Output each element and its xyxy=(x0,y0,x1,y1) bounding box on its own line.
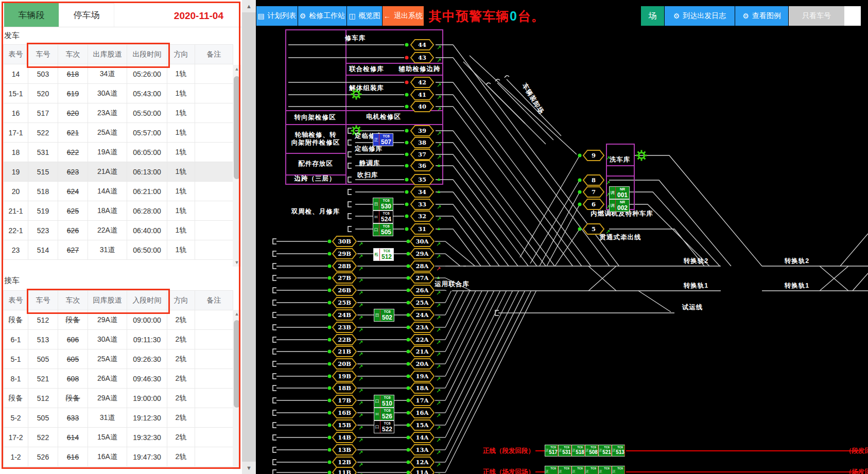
signal-dot xyxy=(407,301,410,305)
table-row[interactable]: 5-150560525A道09:26:302轨 xyxy=(4,349,233,369)
route-arrow-icon: ↗ xyxy=(436,425,441,431)
signal-dot xyxy=(407,461,410,464)
column-header: 车号 xyxy=(28,291,58,310)
exit-system-button[interactable]: ← 退出系统 xyxy=(383,6,424,26)
cell: 17-2 xyxy=(4,428,28,447)
signal-dot xyxy=(407,289,410,292)
view-legend-button[interactable]: ⚙ 查看图例 xyxy=(735,6,788,26)
tab-parking-lot[interactable]: 停车场 xyxy=(59,3,114,27)
track-number: 28B xyxy=(338,262,351,270)
cell xyxy=(195,182,233,201)
cell xyxy=(195,330,233,349)
route-arrow-icon: ↗ xyxy=(358,314,363,321)
up-arrow-icon: ▲ xyxy=(437,163,441,168)
up-arrow-icon: ▲ xyxy=(437,177,441,182)
cell: 503 xyxy=(28,64,58,84)
signal-dot xyxy=(405,178,409,182)
arrival-departure-log-button[interactable]: ⚙ 到达出发日志 xyxy=(665,6,735,26)
current-date: 2020-11-04 xyxy=(174,10,223,22)
cell: 5-1 xyxy=(4,349,28,369)
track-number: 22B xyxy=(338,336,351,343)
table-row[interactable]: 1951562321A道06:13:001轨 xyxy=(4,162,233,182)
cell: 2轨 xyxy=(167,408,195,428)
cell: 2轨 xyxy=(167,428,195,447)
plan-list-button[interactable]: ▤ 计划列表 xyxy=(256,6,298,26)
gear-icon: ⚙ xyxy=(673,12,680,20)
signal-dot xyxy=(328,252,332,256)
cell: 1轨 xyxy=(167,240,195,260)
table-row[interactable]: 1651762023A道05:50:001轨 xyxy=(4,103,233,123)
cell xyxy=(195,162,233,182)
scroll-thumb[interactable] xyxy=(234,320,240,408)
field-button[interactable]: 场 xyxy=(641,6,664,26)
column-header: 表号 xyxy=(4,45,28,64)
tab-depot[interactable]: 车辆段 xyxy=(4,3,59,27)
route-arrow-icon: ↗ xyxy=(436,400,441,406)
cell: 616 xyxy=(58,447,88,467)
table-row[interactable]: 17-152262125A道05:57:001轨 xyxy=(4,123,233,143)
track-number: 16A xyxy=(416,409,429,416)
track-number: 42 xyxy=(418,79,426,86)
signal-dot xyxy=(405,153,409,156)
scroll-up-icon[interactable]: ▲ xyxy=(233,310,241,318)
cell: 621 xyxy=(58,123,88,143)
scroll-thumb[interactable] xyxy=(234,76,240,179)
only-car-number-checkbox[interactable] xyxy=(844,6,861,26)
table-row[interactable]: 5-250563331道19:12:302轨 xyxy=(4,408,233,428)
signal-dot xyxy=(328,301,332,305)
cell xyxy=(195,201,233,221)
table-row[interactable]: 8-152160826A道09:46:302轨 xyxy=(4,369,233,389)
track-number: 23A xyxy=(416,324,429,331)
workstation-button[interactable]: ⚙ 检修工作站 xyxy=(298,6,346,26)
cell: 523 xyxy=(28,221,58,240)
cell: 513 xyxy=(28,330,58,349)
table-row[interactable]: 1853162219A道06:05:001轨 xyxy=(4,143,233,162)
table-row[interactable]: 15-152061930A道05:43:001轨 xyxy=(4,84,233,103)
table-row[interactable]: 22-152362622A道06:40:001轨 xyxy=(4,221,233,240)
arrival-scrollbar[interactable]: ▲ xyxy=(233,310,241,469)
route-arrow-icon: ↗ xyxy=(358,437,363,443)
cell: 5-2 xyxy=(4,408,28,428)
warning-count: 0 xyxy=(509,9,518,24)
table-row[interactable]: 21-151962518A道06:28:001轨 xyxy=(4,201,233,221)
scroll-up-icon[interactable]: ▲ xyxy=(242,0,256,12)
table-row[interactable]: 段备512段备29A道09:00:002轨 xyxy=(4,310,233,330)
track-number: 12B xyxy=(338,459,351,466)
track-number: 9 xyxy=(592,152,596,159)
track-number: 14B xyxy=(338,434,351,441)
page-scrollbar[interactable]: ▲ ▼ xyxy=(242,0,256,474)
overview-button[interactable]: ◫ 概览图 xyxy=(347,6,382,26)
cell: 05:43:00 xyxy=(127,84,167,103)
cell: 06:13:00 xyxy=(127,162,167,182)
table-row[interactable]: 2351462731道06:50:001轨 xyxy=(4,240,233,260)
scroll-up-icon[interactable]: ▲ xyxy=(233,65,241,73)
cell: 2轨 xyxy=(167,369,195,389)
cell xyxy=(195,310,233,330)
track-number: 20B xyxy=(338,360,351,367)
track-number: 8 xyxy=(592,177,596,184)
cell: 2轨 xyxy=(167,349,195,369)
table-row[interactable]: 1-252661616A道19:47:302轨 xyxy=(4,447,233,467)
cell: 14A道 xyxy=(88,182,127,201)
table-row[interactable]: 17-252261415A道19:32:302轨 xyxy=(4,428,233,447)
table-row[interactable]: 段备512段备29A道19:00:002轨 xyxy=(4,389,233,408)
track-number: 7 xyxy=(592,188,596,196)
cell: 段备 xyxy=(58,310,88,330)
only-car-number-button[interactable]: 只看车号 xyxy=(789,6,844,26)
departure-table: 表号车号车次出库股道出段时间方向备注 1450361834道05:26:001轨… xyxy=(3,44,233,260)
table-row[interactable]: 6-151360630A道09:11:302轨 xyxy=(4,330,233,349)
mainline-red-lines xyxy=(535,451,862,472)
cell: 627 xyxy=(58,240,88,260)
track-number: 25A xyxy=(416,299,429,306)
route-arrow-icon: ↗ xyxy=(358,388,363,394)
scroll-down-icon[interactable]: ▼ xyxy=(242,462,256,474)
arrow-left-icon: ← xyxy=(384,12,391,20)
scroll-down-icon[interactable]: ▼ xyxy=(233,258,241,267)
cell: 624 xyxy=(58,182,88,201)
table-row[interactable]: 1450361834道05:26:001轨 xyxy=(4,64,233,84)
gear-alert-icon[interactable] xyxy=(351,89,362,100)
track-number: 41 xyxy=(418,91,426,98)
cell: 段备 xyxy=(58,389,88,408)
departure-scrollbar[interactable]: ▲ ▼ xyxy=(233,65,241,267)
table-row[interactable]: 2051862414A道06:21:001轨 xyxy=(4,182,233,201)
